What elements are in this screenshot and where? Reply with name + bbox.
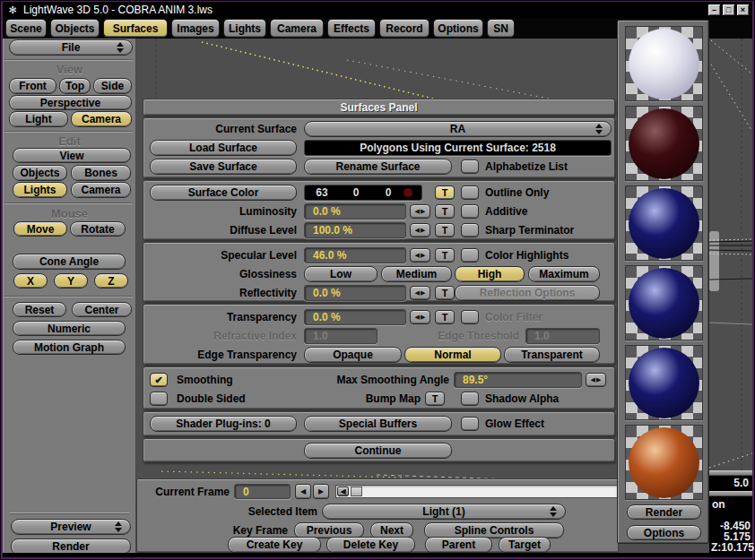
preview-sphere-cell[interactable] bbox=[625, 265, 703, 340]
cone-angle-button[interactable]: Cone Angle bbox=[13, 254, 126, 270]
frame-slider[interactable]: ◀ bbox=[335, 485, 618, 498]
shadow-alpha-checkbox[interactable] bbox=[461, 392, 479, 406]
view-side-button[interactable]: Side bbox=[93, 78, 132, 94]
reflectivity-texture-button[interactable]: T bbox=[435, 286, 455, 300]
target-button[interactable]: Target bbox=[499, 537, 551, 553]
continue-button[interactable]: Continue bbox=[304, 443, 452, 459]
axis-x-button[interactable]: X bbox=[13, 273, 48, 289]
edit-lights-button[interactable]: Lights bbox=[13, 182, 67, 198]
tab-camera[interactable]: Camera bbox=[270, 19, 324, 38]
edit-camera-button[interactable]: Camera bbox=[71, 182, 131, 198]
specular-level-stepper[interactable]: ◀▶ bbox=[410, 248, 430, 263]
axis-y-button[interactable]: Y bbox=[54, 273, 88, 289]
alphabetize-list-checkbox[interactable] bbox=[461, 159, 479, 174]
glow-effect-checkbox[interactable] bbox=[461, 417, 479, 431]
reflectivity-field[interactable]: 0.0 % bbox=[304, 285, 406, 301]
parent-button[interactable]: Parent bbox=[425, 537, 492, 553]
bump-map-texture-button[interactable]: T bbox=[425, 392, 445, 406]
create-key-button[interactable]: Create Key bbox=[228, 537, 321, 553]
sharp-terminator-checkbox[interactable] bbox=[461, 223, 479, 237]
slider-thumb[interactable] bbox=[351, 487, 362, 496]
surface-color-rgb-field[interactable]: 63 0 0 bbox=[304, 185, 422, 201]
mouse-move-button[interactable]: Move bbox=[13, 221, 67, 237]
mouse-rotate-button[interactable]: Rotate bbox=[70, 221, 126, 237]
glossiness-maximum-button[interactable]: Maximum bbox=[528, 266, 600, 282]
edit-view-button[interactable]: View bbox=[13, 148, 131, 163]
edge-transparent-button[interactable]: Transparent bbox=[504, 347, 600, 363]
transparency-field[interactable]: 0.0 % bbox=[304, 309, 406, 325]
preview-menu[interactable]: Preview bbox=[11, 519, 131, 535]
tab-scene[interactable]: Scene bbox=[5, 19, 47, 38]
shader-plugins-button[interactable]: Shader Plug-ins: 0 bbox=[150, 416, 297, 432]
center-button[interactable]: Center bbox=[72, 302, 132, 317]
frame-next-arrow[interactable]: ▶ bbox=[313, 484, 329, 499]
close-button[interactable]: × bbox=[736, 4, 750, 16]
file-menu[interactable]: File bbox=[9, 39, 133, 56]
preview-sphere-cell[interactable] bbox=[625, 345, 703, 420]
max-smoothing-angle-stepper[interactable]: ◀▶ bbox=[586, 373, 606, 387]
rename-surface-button[interactable]: Rename Surface bbox=[304, 159, 452, 175]
transparency-texture-button[interactable]: T bbox=[435, 310, 455, 324]
preview-sphere-cell[interactable] bbox=[625, 26, 703, 101]
save-surface-button[interactable]: Save Surface bbox=[150, 159, 297, 175]
surface-color-button[interactable]: Surface Color bbox=[150, 185, 297, 201]
preview-sphere-cell[interactable] bbox=[625, 106, 703, 181]
specular-level-field[interactable]: 46.0 % bbox=[304, 247, 406, 263]
view-perspective-button[interactable]: Perspective bbox=[9, 95, 132, 110]
reset-button[interactable]: Reset bbox=[13, 302, 66, 317]
specular-texture-button[interactable]: T bbox=[435, 248, 455, 263]
strip-render-button[interactable]: Render bbox=[627, 504, 701, 520]
view-light-button[interactable]: Light bbox=[9, 111, 68, 127]
view-front-button[interactable]: Front bbox=[9, 78, 56, 94]
luminosity-texture-button[interactable]: T bbox=[435, 204, 455, 219]
numeric-button[interactable]: Numeric bbox=[13, 321, 126, 336]
double-sided-checkbox[interactable] bbox=[150, 392, 168, 406]
transparency-stepper[interactable]: ◀▶ bbox=[410, 310, 430, 324]
axis-z-button[interactable]: Z bbox=[94, 273, 128, 289]
tab-effects[interactable]: Effects bbox=[327, 19, 376, 38]
current-frame-field[interactable]: 0 bbox=[234, 484, 291, 499]
tab-images[interactable]: Images bbox=[171, 19, 220, 38]
minimize-button[interactable]: – bbox=[707, 4, 721, 16]
surface-color-texture-button[interactable]: T bbox=[435, 185, 455, 200]
current-surface-dropdown[interactable]: RA bbox=[304, 121, 612, 137]
delete-key-button[interactable]: Delete Key bbox=[326, 537, 415, 553]
reflectivity-stepper[interactable]: ◀▶ bbox=[410, 286, 430, 300]
preview-sphere-cell[interactable] bbox=[625, 185, 703, 261]
strip-options-button[interactable]: Options bbox=[627, 525, 701, 540]
glossiness-medium-button[interactable]: Medium bbox=[381, 266, 452, 282]
color-filter-checkbox[interactable] bbox=[461, 310, 479, 324]
color-highlights-checkbox[interactable] bbox=[461, 248, 479, 263]
tab-objects[interactable]: Objects bbox=[50, 19, 100, 38]
edit-objects-button[interactable]: Objects bbox=[13, 165, 67, 181]
view-top-button[interactable]: Top bbox=[59, 78, 91, 94]
special-buffers-button[interactable]: Special Buffers bbox=[304, 416, 452, 432]
glossiness-low-button[interactable]: Low bbox=[304, 266, 378, 282]
additive-checkbox[interactable] bbox=[461, 204, 479, 219]
slider-left-arrow[interactable]: ◀ bbox=[337, 487, 349, 496]
selected-item-dropdown[interactable]: Light (1) bbox=[322, 504, 566, 520]
view-camera-button[interactable]: Camera bbox=[71, 111, 132, 127]
smoothing-checkbox[interactable]: ✔ bbox=[150, 373, 168, 387]
diffuse-level-texture-button[interactable]: T bbox=[435, 223, 455, 237]
edit-bones-button[interactable]: Bones bbox=[71, 165, 131, 181]
edge-opaque-button[interactable]: Opaque bbox=[304, 347, 402, 363]
frame-prev-arrow[interactable]: ◀ bbox=[295, 484, 311, 499]
tab-lights[interactable]: Lights bbox=[223, 19, 266, 38]
max-smoothing-angle-field[interactable]: 89.5° bbox=[454, 372, 582, 388]
luminosity-stepper[interactable]: ◀▶ bbox=[410, 204, 430, 219]
diffuse-level-field[interactable]: 100.0 % bbox=[304, 222, 406, 238]
load-surface-button[interactable]: Load Surface bbox=[150, 140, 297, 156]
outline-only-checkbox[interactable] bbox=[461, 185, 479, 200]
luminosity-field[interactable]: 0.0 % bbox=[304, 203, 406, 220]
preview-sphere-cell[interactable] bbox=[625, 425, 703, 500]
tab-record[interactable]: Record bbox=[379, 19, 430, 38]
glossiness-high-button[interactable]: High bbox=[455, 266, 525, 282]
tab-sn[interactable]: SN bbox=[487, 19, 515, 38]
maximize-button[interactable]: □ bbox=[722, 4, 735, 16]
motion-graph-button[interactable]: Motion Graph bbox=[13, 340, 126, 355]
edge-normal-button[interactable]: Normal bbox=[404, 347, 501, 363]
diffuse-level-stepper[interactable]: ◀▶ bbox=[410, 223, 430, 237]
tab-options[interactable]: Options bbox=[433, 19, 483, 38]
tab-surfaces[interactable]: Surfaces bbox=[103, 19, 168, 38]
